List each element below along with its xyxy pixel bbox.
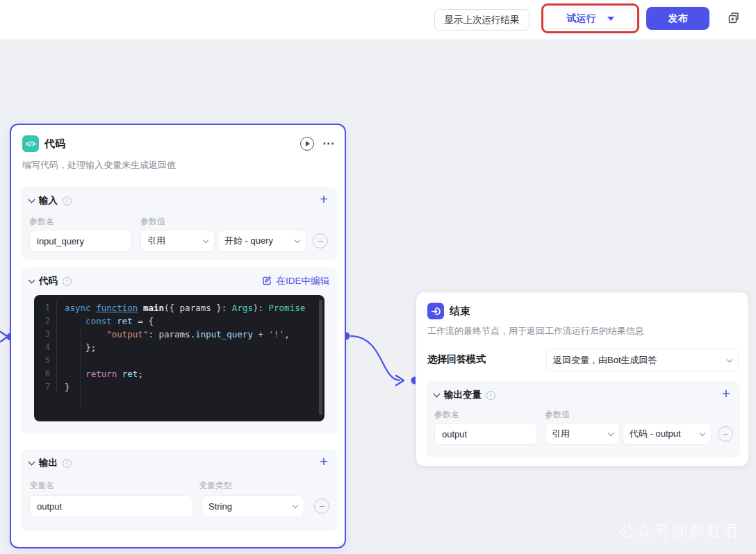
value-ref-select[interactable]: 开始 - query <box>217 230 306 252</box>
chevron-down-icon[interactable] <box>607 17 614 21</box>
var-type-label: 变量类型 <box>199 480 232 492</box>
input-section: 输入 + 参数名 参数值 引用 开始 - query <box>21 187 338 260</box>
chevron-down-icon <box>28 277 35 284</box>
output-section: 输出 + 变量名 变量类型 String <box>21 449 338 531</box>
duplicate-plus-icon <box>727 11 741 27</box>
info-icon[interactable] <box>63 196 72 205</box>
end-param-name-input[interactable] <box>434 423 537 445</box>
var-type-select[interactable]: String <box>202 495 304 517</box>
incoming-edge-arrowhead <box>1 332 8 342</box>
code-node-icon: </> <box>22 135 39 152</box>
chevron-down-icon <box>28 196 35 203</box>
output-vars-section: 输出变量 + 参数名 参数值 引用 代码 - output <box>426 381 740 458</box>
chevron-down-icon <box>293 503 298 508</box>
indent-guide <box>80 328 81 407</box>
edit-icon <box>262 276 272 287</box>
output-vars-section-header[interactable]: 输出变量 <box>434 389 495 401</box>
chevron-down-icon <box>28 459 35 466</box>
info-icon[interactable] <box>486 391 495 400</box>
value-type-select[interactable]: 引用 <box>140 230 215 252</box>
param-value-label: 参数值 <box>140 216 165 228</box>
add-input-param-button[interactable]: + <box>320 190 328 209</box>
var-name-label: 变量名 <box>29 480 54 492</box>
edit-in-ide-button[interactable]: 在IDE中编辑 <box>262 275 329 287</box>
output-vars-section-title: 输出变量 <box>444 389 482 401</box>
add-end-output-var-button[interactable]: + <box>722 384 730 403</box>
remove-output-var-button[interactable] <box>314 498 329 514</box>
code-section: 代码 在IDE中编辑 1async function main({ params… <box>21 267 338 434</box>
code-editor[interactable]: 1async function main({ params }: Args): … <box>34 295 324 421</box>
remove-input-param-button[interactable] <box>313 233 328 249</box>
code-editor-lines: 1async function main({ params }: Args): … <box>34 301 324 394</box>
var-name-input[interactable] <box>29 495 193 517</box>
param-name-label: 参数名 <box>29 216 54 228</box>
param-value-label: 参数值 <box>545 409 570 421</box>
end-node-icon <box>427 303 444 319</box>
show-last-run-button[interactable]: 显示上次运行结果 <box>434 9 529 31</box>
code-node[interactable]: </> 代码 编写代码，处理输入变量来生成返回值 输入 + 参数名 参数值 引 <box>10 124 346 548</box>
chevron-down-icon <box>434 391 441 398</box>
play-icon <box>306 141 310 146</box>
test-run-button[interactable]: 试运行 <box>545 8 635 29</box>
test-run-label: 试运行 <box>567 12 596 25</box>
workflow-editor: 显示上次运行结果 试运行 发布 <box>0 0 756 554</box>
chevron-down-icon <box>700 430 705 436</box>
info-icon[interactable] <box>63 277 72 286</box>
param-name-input[interactable] <box>29 230 132 252</box>
end-value-type-select[interactable]: 引用 <box>545 423 620 445</box>
remove-end-output-var-button[interactable] <box>718 426 733 442</box>
run-node-button[interactable] <box>300 137 314 151</box>
chevron-down-icon <box>203 237 208 243</box>
end-node-description: 工作流的最终节点，用于返回工作流运行后的结果信息 <box>427 325 644 337</box>
chevron-down-icon <box>608 430 614 436</box>
info-icon[interactable] <box>63 459 72 468</box>
code-section-header[interactable]: 代码 <box>29 275 72 287</box>
output-section-header[interactable]: 输出 <box>29 457 72 469</box>
topbar: 显示上次运行结果 试运行 发布 <box>0 0 756 40</box>
code-section-title: 代码 <box>39 275 58 287</box>
input-section-header[interactable]: 输入 <box>29 194 72 207</box>
test-run-highlight-annotation: 试运行 <box>541 3 639 33</box>
answer-mode-label: 选择回答模式 <box>427 353 486 366</box>
add-output-var-button[interactable]: + <box>320 452 328 471</box>
end-node-title: 结束 <box>450 305 470 318</box>
code-node-title: 代码 <box>44 137 65 151</box>
code-node-description: 编写代码，处理输入变量来生成返回值 <box>22 159 176 171</box>
end-node[interactable]: 结束 工作流的最终节点，用于返回工作流运行后的结果信息 选择回答模式 返回变量，… <box>416 292 749 467</box>
answer-mode-select[interactable]: 返回变量，由Bot生成回答 <box>546 349 739 371</box>
output-section-title: 输出 <box>39 457 58 469</box>
edge-code-to-end[interactable] <box>350 336 400 380</box>
watermark: 公众号@斜杠君 <box>619 521 741 542</box>
edge-arrowhead <box>396 376 404 385</box>
chevron-down-icon <box>295 237 300 243</box>
chevron-down-icon <box>727 356 732 362</box>
param-name-label: 参数名 <box>434 409 459 421</box>
more-menu-button[interactable] <box>322 137 335 151</box>
add-to-window-button[interactable] <box>723 8 744 29</box>
publish-button[interactable]: 发布 <box>646 7 709 30</box>
input-section-title: 输入 <box>39 194 58 207</box>
workflow-canvas[interactable]: </> 代码 编写代码，处理输入变量来生成返回值 输入 + 参数名 参数值 引 <box>0 40 756 554</box>
editor-scrollbar[interactable] <box>319 300 322 415</box>
end-value-ref-select[interactable]: 代码 - output <box>623 423 712 445</box>
